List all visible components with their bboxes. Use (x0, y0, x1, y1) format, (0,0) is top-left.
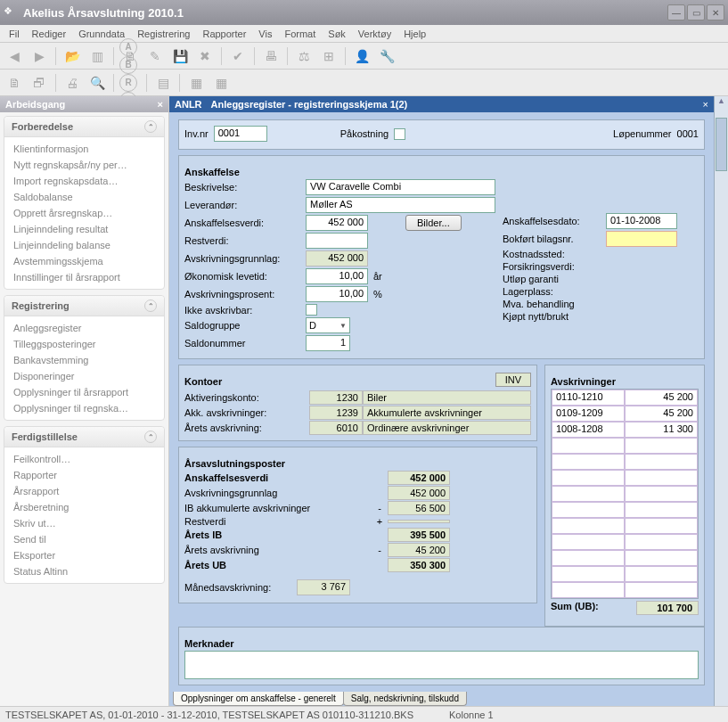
menu-søk[interactable]: Søk (323, 27, 351, 41)
menu-rediger[interactable]: Rediger (27, 27, 72, 41)
bottom-tab[interactable]: Opplysninger om anskaffelse - generelt (173, 692, 344, 706)
avskrprosent-field[interactable]: 10,00 (306, 286, 368, 302)
sidebar-close-icon[interactable]: × (158, 99, 163, 110)
vertical-scrollbar[interactable]: ▲ (714, 96, 728, 706)
sidebar-item[interactable]: Linjeinndeling balanse (6, 237, 162, 253)
sidebar-item[interactable]: Innstillinger til årsrapport (6, 269, 162, 285)
print2-icon[interactable]: 🖨 (61, 72, 83, 94)
avskrivninger-group: Avskrivninger 0110-121045 2000109-120945… (544, 365, 705, 627)
pakostning-checkbox[interactable] (394, 128, 405, 140)
saldogruppe-select[interactable]: D▼ (306, 317, 350, 333)
edit-icon[interactable]: ✎ (144, 45, 166, 67)
invnr-field[interactable]: 0001 (214, 126, 267, 142)
arspost-value: 395 500 (388, 528, 450, 542)
bilder-button[interactable]: Bilder... (405, 215, 462, 231)
arspost-label: Avskrivningsgrunnlag (184, 488, 372, 498)
search-icon[interactable]: 🔍 (86, 72, 108, 94)
panel-forberedelse: Forberedelse⌃KlientinformasjonNytt regns… (4, 116, 165, 290)
sidebar-item[interactable]: Opplysninger til årsrapport (6, 384, 162, 400)
doc2-icon[interactable]: 🗎 (4, 72, 25, 94)
sidebar-item[interactable]: Saldobalanse (6, 189, 162, 205)
sidebar-item[interactable]: Rapporter (6, 467, 162, 483)
kontoer-group: Kontoer INV Aktiveringskonto:1230BilerAk… (178, 365, 537, 441)
panel-header[interactable]: Forberedelse⌃ (4, 117, 164, 137)
sidebar-item[interactable]: Tilleggsposteringer (6, 336, 162, 352)
beskrivelse-field[interactable]: VW Caravelle Combi (306, 179, 495, 195)
inv-button[interactable]: INV (495, 373, 531, 387)
new-icon[interactable]: ▥ (86, 45, 108, 67)
sidebar-item[interactable]: Anleggsregister (6, 320, 162, 336)
avk-empty (552, 438, 625, 454)
menu-vis[interactable]: Vis (253, 27, 277, 41)
tools-icon[interactable]: 🔧 (376, 45, 397, 67)
bokfnr-field[interactable] (606, 231, 677, 247)
user-icon[interactable]: 👤 (351, 45, 372, 67)
sidebar-item[interactable]: Import regnskapsdata… (6, 173, 162, 189)
sidebar-item[interactable]: Disponeringer (6, 368, 162, 384)
menu-rapporter[interactable]: Rapporter (197, 27, 251, 41)
sidebar-item[interactable]: Opplysninger til regnska… (6, 400, 162, 416)
stack-icon[interactable]: ▤ (152, 72, 174, 94)
sidebar-item[interactable]: Opprett årsregnskap… (6, 205, 162, 221)
check-icon[interactable]: ✔ (227, 45, 249, 67)
menu-fil[interactable]: Fil (4, 27, 25, 41)
sidebar-item[interactable]: Avstemmingsskjema (6, 253, 162, 269)
delete-icon[interactable]: ✖ (194, 45, 216, 67)
grid2-icon[interactable]: ▦ (210, 72, 232, 94)
toolbar-letter-b[interactable]: B (119, 56, 137, 74)
balance-icon[interactable]: ⚖ (293, 45, 315, 67)
back-icon[interactable]: ◀ (4, 45, 25, 67)
close-button[interactable]: ✕ (707, 4, 724, 21)
sidebar-item[interactable]: Status Altinn (6, 563, 162, 579)
sidebar-item[interactable]: Årsberetning (6, 499, 162, 515)
saldogruppe-label: Saldogruppe (184, 320, 300, 331)
leverandor-field[interactable]: Møller AS (306, 197, 495, 213)
sidebar-item[interactable]: Feilkontroll… (6, 451, 162, 467)
anskverdi-field[interactable]: 452 000 (306, 215, 368, 231)
open-icon[interactable]: 📂 (61, 45, 83, 67)
arsposter-group: Årsavslutningsposter Anskaffelsesverdi45… (178, 447, 537, 603)
sidebar-item[interactable]: Klientinformasjon (6, 141, 162, 157)
doc-close-icon[interactable]: × (703, 99, 708, 110)
forward-icon[interactable]: ▶ (29, 45, 50, 67)
sidebar-item[interactable]: Nytt regnskapsår/ny per… (6, 157, 162, 173)
bottom-tab[interactable]: Salg, nedskrivning, tilskudd (343, 692, 467, 706)
ikkeavskr-checkbox[interactable] (306, 304, 317, 316)
chevron-up-icon[interactable]: ⌃ (144, 120, 157, 133)
print-icon[interactable]: 🖶 (260, 45, 282, 67)
sidebar-item[interactable]: Årsrapport (6, 483, 162, 499)
lopenummer-value: 0001 (677, 128, 699, 139)
maximize-button[interactable]: ▭ (687, 4, 705, 21)
merknader-field[interactable] (184, 651, 699, 679)
arspost-label: Restverdi (184, 516, 372, 527)
sidebar-item[interactable]: Skriv ut… (6, 515, 162, 531)
panel-header[interactable]: Registrering⌃ (4, 296, 164, 316)
sidebar-item[interactable]: Send til (6, 531, 162, 547)
document-area: ANLR Anleggsregister - registreringsskje… (169, 96, 728, 706)
minimize-button[interactable]: — (667, 4, 685, 21)
toolbar-letter-r[interactable]: R (119, 74, 137, 92)
secondary-toolbar: 🗎 🗗 🖨 🔍 ABRAN ▤ ▦ ▦ (0, 70, 728, 96)
saldonummer-field[interactable]: 1 (306, 335, 350, 351)
menu-hjelp[interactable]: Hjelp (398, 27, 431, 41)
toolbar-letter-a[interactable]: A (119, 38, 137, 56)
menu-verktøy[interactable]: Verktøy (353, 27, 397, 41)
save-icon[interactable]: 💾 (169, 45, 191, 67)
sidebar-item[interactable]: Eksporter (6, 547, 162, 563)
oklevetid-field[interactable]: 10,00 (306, 268, 368, 284)
ikkeavskr-label: Ikke avskrivbar: (184, 305, 300, 316)
sidebar-item[interactable]: Bankavstemming (6, 352, 162, 368)
tree-icon[interactable]: ⊞ (318, 45, 339, 67)
chevron-up-icon[interactable]: ⌃ (144, 431, 157, 443)
grid1-icon[interactable]: ▦ (185, 72, 207, 94)
overlap-icon[interactable]: 🗗 (29, 72, 50, 94)
sidebar-item[interactable]: Linjeinndeling resultat (6, 221, 162, 237)
status-column: Kolonne 1 (449, 710, 494, 720)
anskdato-field[interactable]: 01-10-2008 (606, 213, 677, 229)
menu-format[interactable]: Format (279, 27, 321, 41)
chevron-up-icon[interactable]: ⌃ (144, 299, 157, 312)
restverdi-field[interactable] (306, 233, 368, 249)
menu-registrering[interactable]: Registrering (132, 27, 195, 41)
panel-header[interactable]: Ferdigstillelse⌃ (4, 427, 164, 447)
header-group: Inv.nr 0001 Påkostning Løpenummer 0001 (178, 119, 705, 150)
